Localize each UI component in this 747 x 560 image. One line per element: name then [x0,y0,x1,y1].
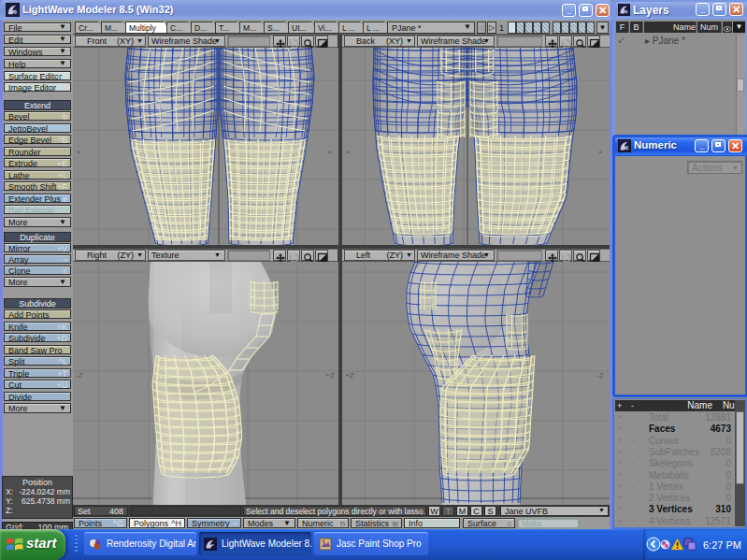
svg-text:×: × [77,148,81,156]
svg-text:-Z: -Z [596,371,604,380]
svg-text:+Z: +Z [325,371,335,380]
svg-text:+Z: +Z [345,371,354,380]
svg-text:×: × [346,148,351,156]
svg-text:-Z: -Z [76,371,83,380]
svg-text:×: × [598,148,603,156]
svg-text:×: × [327,148,332,156]
